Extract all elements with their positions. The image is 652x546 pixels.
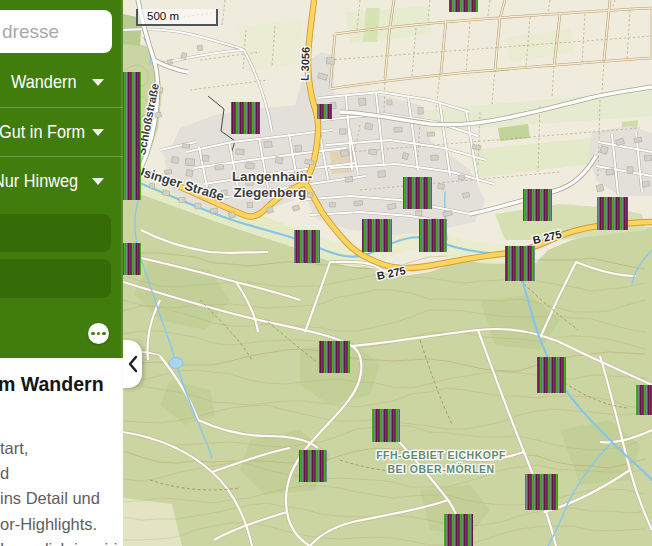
map-marker[interactable] [299,450,327,482]
map-marker[interactable] [523,189,552,221]
map-marker[interactable] [319,341,350,373]
dropdown-wandern[interactable]: Wandern [0,58,123,106]
chevron-down-icon [92,79,104,86]
map-scalebar: 500 m [136,9,218,26]
search-input[interactable] [0,10,112,53]
map-marker[interactable] [636,385,652,415]
dropdown-nur-hinweg[interactable]: Nur Hinweg [0,156,123,205]
sidebar-action-button-1[interactable] [0,214,111,252]
map-marker[interactable] [597,197,628,230]
map-marker[interactable] [403,177,432,209]
chevron-down-icon [92,129,104,136]
town-label-line2: Ziegenberg [234,185,307,200]
dropdown-gut-in-form[interactable]: Gut in Form [0,107,123,156]
sidebar-collapse-button[interactable] [123,340,142,388]
paragraph-line: or-Highlights. [0,512,150,537]
map-marker[interactable] [317,104,332,119]
sidebar-controls: Wandern Gut in Form Nur Hinweg [0,0,123,358]
ffh-area-label-line1: FFH-GEBIET EICHKOPF [376,449,506,461]
map-marker[interactable] [505,246,535,281]
dropdown-gut-in-form-label: Gut in Form [0,121,85,143]
map-marker[interactable] [444,514,473,546]
more-options-button[interactable] [88,323,109,344]
town-label-line1: Langenhain- [232,169,312,184]
paragraph-line: ins Detail und [0,486,150,511]
ellipsis-icon [91,332,105,335]
chevron-down-icon [92,178,104,185]
chevron-left-icon [127,354,139,374]
ffh-area-label-line2: BEI OBER-MÖRLEN [387,463,494,475]
l3056-label: L 3056 [298,47,311,81]
map-marker[interactable] [449,0,478,12]
paragraph-line: Lass dich inspirieren [0,537,150,546]
map-marker[interactable] [537,357,566,393]
scalebar-label: 500 m [147,10,179,22]
map-marker[interactable] [362,219,392,252]
map-marker[interactable] [372,409,400,442]
dropdown-wandern-label: Wandern [11,71,76,93]
panel-heading: m Wandern [0,372,104,396]
map-marker[interactable] [294,230,320,263]
sidebar: Wandern Gut in Form Nur Hinweg m Wandern… [0,0,123,546]
sidebar-action-button-2[interactable] [0,259,111,298]
pond [169,358,183,369]
map-marker[interactable] [231,102,260,134]
panel-paragraph: tart, d ins Detail und or-Highlights. La… [0,436,150,546]
map-marker[interactable] [525,474,558,510]
dropdown-nur-hinweg-label: Nur Hinweg [0,170,78,192]
map-marker[interactable] [419,219,447,252]
paragraph-line: tart, [0,436,150,461]
paragraph-line: d [0,461,150,486]
page: { "sidebar": { "search": { "placeholder"… [0,0,652,546]
